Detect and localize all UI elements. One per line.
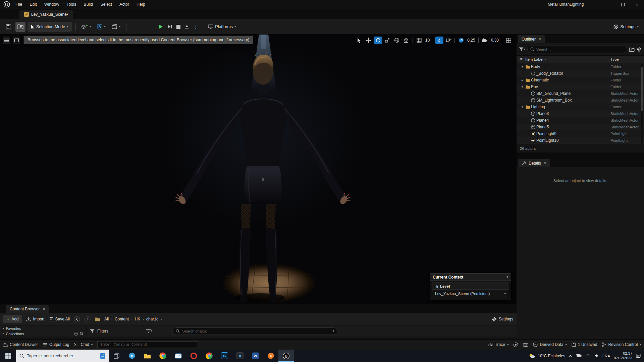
action-center-icon[interactable] [636, 354, 641, 358]
rotation-snap-icon[interactable] [435, 37, 443, 44]
derived-data-dropdown[interactable]: Derived Data ▾ [533, 342, 567, 347]
keyboard-language[interactable]: FRA [602, 354, 610, 358]
collections-section[interactable]: ▸ Collections [3, 331, 84, 336]
cmd-dropdown[interactable]: Cmd ▾ [74, 342, 93, 347]
close-icon[interactable]: × [43, 307, 45, 311]
outliner-row[interactable]: _Body_RotatorTriggerBox [517, 70, 644, 77]
outliner-row[interactable]: ▾LightingFolder [517, 104, 644, 110]
app-orange-taskbar-icon[interactable]: a [263, 350, 278, 362]
blueprints-button[interactable]: B ▾ [95, 22, 108, 32]
eye-icon[interactable] [517, 58, 525, 61]
funnel-icon[interactable] [90, 329, 95, 333]
outliner-row[interactable]: ▸CinematicFolder [517, 77, 644, 83]
viewport-layout-icon[interactable] [504, 37, 513, 44]
weather-widget[interactable]: 10°C Eclaircies [528, 353, 565, 358]
platforms-dropdown[interactable]: Platforms ▾ [206, 22, 238, 32]
tab-content-browser[interactable]: Content Browser × [6, 305, 49, 313]
filter-icon[interactable]: ▾ [519, 47, 525, 51]
new-folder-icon[interactable] [629, 47, 635, 52]
scale-tool-icon[interactable] [383, 37, 391, 44]
revision-control-button[interactable]: Revision Control ▾ [602, 342, 641, 347]
add-actor-button[interactable]: ▾ [79, 22, 93, 32]
outliner-settings-gear-icon[interactable] [637, 47, 642, 52]
taskbar-clock[interactable]: 02:37 07/12/2023 [614, 351, 632, 361]
breadcrumb-item[interactable]: Content [115, 317, 129, 321]
play-options-kebab-icon[interactable]: ⋮ [193, 24, 198, 30]
content-browser-search[interactable]: ▾ [172, 327, 337, 335]
unreal-taskbar-icon[interactable]: U [278, 350, 294, 362]
volume-icon[interactable] [594, 354, 599, 358]
insights-icon[interactable] [513, 342, 518, 347]
console-command-input[interactable] [97, 341, 198, 348]
expander-icon[interactable]: ▾ [520, 65, 525, 68]
tray-expand-icon[interactable] [569, 355, 572, 357]
expander-icon[interactable]: ▾ [520, 85, 525, 88]
viewport-scene[interactable] [0, 35, 517, 304]
add-content-button[interactable]: + Add [3, 315, 22, 323]
world-coordinate-icon[interactable] [393, 37, 401, 44]
menu-window[interactable]: Window [41, 0, 63, 9]
column-item-label[interactable]: Item Label▲ [525, 57, 610, 61]
outliner-row[interactable]: ▾EnvFolder [517, 83, 644, 90]
opera-taskbar-icon[interactable] [186, 350, 201, 362]
outliner-scrollbar[interactable] [641, 64, 643, 144]
breadcrumb-item[interactable]: All [104, 317, 109, 321]
menu-select[interactable]: Select [97, 0, 116, 9]
column-type[interactable]: Type [610, 57, 644, 61]
rotate-tool-icon[interactable] [374, 37, 382, 44]
expander-icon[interactable]: ▸ [520, 78, 525, 82]
grid-snap-value[interactable]: 10 [425, 38, 430, 43]
select-tool-icon[interactable] [355, 37, 363, 44]
unsaved-button[interactable]: 1 Unsaved [572, 342, 597, 347]
content-browser-search-input[interactable] [182, 329, 330, 333]
menu-file[interactable]: File [12, 0, 26, 9]
outliner-row[interactable]: ▾BodyFolder [517, 63, 644, 70]
minimize-button[interactable]: – [602, 0, 616, 9]
camera-speed-value[interactable]: 0,33 [490, 38, 499, 43]
outliner-row[interactable]: Plane3StaticMeshActor [517, 110, 644, 117]
maximize-button[interactable] [616, 0, 630, 9]
menu-actor[interactable]: Actor [116, 0, 133, 9]
outliner-search[interactable] [527, 46, 627, 53]
taskbar-search[interactable] [16, 350, 109, 362]
add-collection-icon[interactable] [74, 332, 78, 336]
current-context-header[interactable]: Current Context ▾ [430, 274, 511, 281]
rotation-snap-value[interactable]: 10° [445, 38, 452, 43]
save-button[interactable] [3, 22, 13, 32]
outliner-row[interactable]: Plane4StaticMeshActor [517, 117, 644, 124]
outliner-row[interactable]: Plane5StaticMeshActor [517, 124, 644, 130]
task-view-taskbar-icon[interactable] [109, 350, 124, 362]
tab-details[interactable]: Details × [518, 159, 550, 167]
search-collections-icon[interactable] [80, 332, 84, 336]
eject-button[interactable] [184, 24, 189, 29]
surface-snapping-icon[interactable] [402, 37, 410, 44]
outliner-row[interactable]: SM_Lightroom_BoxStaticMeshActor [517, 97, 644, 104]
wifi-icon[interactable] [585, 354, 591, 358]
viewport-options-menu-icon[interactable] [3, 37, 10, 44]
browse-to-level-button[interactable] [15, 22, 25, 32]
back-button[interactable] [74, 316, 80, 322]
menu-tools[interactable]: Tools [63, 0, 80, 9]
scale-snap-icon[interactable] [457, 37, 465, 44]
selection-mode-dropdown[interactable]: Selection Mode ▾ [28, 22, 72, 32]
context-level-dropdown[interactable]: Lev_Yazkua_Scene (Persistent) ▾ [432, 290, 509, 298]
chevron-down-icon[interactable]: ▾ [333, 329, 334, 333]
output-log-button[interactable]: Output Log [43, 342, 69, 347]
mail-taskbar-icon[interactable] [170, 350, 186, 362]
taskbar-search-input[interactable] [27, 354, 97, 358]
close-button[interactable]: × [630, 0, 644, 9]
screenshot-icon[interactable] [523, 343, 528, 347]
save-all-button[interactable]: Save All [49, 317, 70, 321]
close-icon[interactable]: × [539, 37, 541, 42]
scrollbar-thumb[interactable] [641, 67, 643, 111]
expander-icon[interactable]: ▾ [520, 105, 525, 109]
close-icon[interactable]: × [544, 161, 546, 166]
word-taskbar-icon[interactable]: W [248, 350, 263, 362]
chrome-taskbar-icon[interactable] [155, 350, 170, 362]
forward-button[interactable] [84, 316, 91, 322]
folder-tree-icon[interactable] [95, 317, 100, 321]
search-highlight-icon[interactable] [100, 353, 105, 359]
filter-options-icon[interactable]: ▾ [146, 329, 153, 333]
outliner-row[interactable]: SM_Ground_PlaneStaticMeshActor [517, 90, 644, 97]
panel-grip-icon[interactable] [2, 307, 5, 311]
